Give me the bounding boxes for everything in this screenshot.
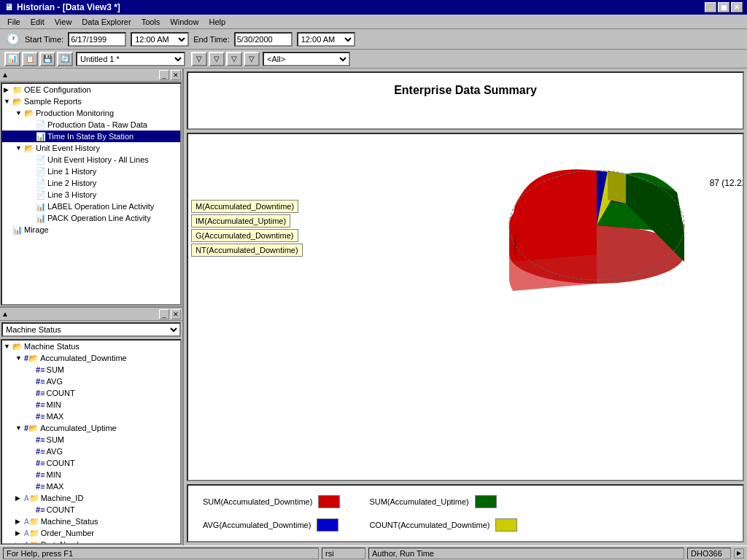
toolbar-btn-2[interactable]: 📋 [22,52,38,66]
menu-item-edit[interactable]: Edit [26,16,49,28]
panel-bottom-btn-1[interactable]: _ [159,309,169,319]
tree-item-unit_event[interactable]: ▼📂Unit Event History [2,142,180,154]
legend-avg-down: AVG(Accumulated_Downtime) [203,518,340,532]
tooltip-1: M(Accumulated_Downtime) [191,200,298,213]
clock-icon: 🕐 [6,32,20,46]
pie-chart-container: M(Accumulated_Downtime) IM(Accumulated_U… [187,133,744,481]
data-tree-item-min2[interactable]: #≡MIN [2,469,180,481]
start-time-dropdown[interactable]: 12:00 AM [131,32,189,47]
legend-col-right: SUM(Accumulated_Uptime) COUNT(Accumulate… [369,495,517,532]
tree-item-mirage[interactable]: 📊Mirage [2,224,180,236]
title-bar: 🖥 Historian - [Data View3 *] _ ▣ ✕ [0,0,747,15]
data-tree-item-avg2[interactable]: #≡AVG [2,446,180,457]
menu-item-file[interactable]: File [3,16,25,28]
legend-sum-up-color [475,495,497,508]
tree-item-label_op[interactable]: 📊LABEL Operation Line Activity [2,201,180,212]
tooltip-3: G(Accumulated_Downtime) [191,229,298,242]
pie-chart-svg [480,149,713,309]
data-tree-item-machine_state[interactable]: ▶A📁Machine_Status [2,516,180,527]
legend-avg-down-label: AVG(Accumulated_Downtime) [203,521,311,529]
tree-item-line1[interactable]: 📄Line 1 History [2,166,180,177]
data-tree-item-order_num[interactable]: ▶A📁Order_Number [2,527,180,539]
legend-avg-down-color [317,518,338,532]
legend-sum-down: SUM(Accumulated_Downtime) [203,495,340,508]
end-date-input[interactable] [234,32,293,47]
chart-title: Enterprise Data Summary [188,73,743,104]
filter-btn-1[interactable]: ▽ [191,52,207,66]
app-icon: 🖥 [4,2,13,12]
legend-count-down-color [495,518,517,532]
data-tree-item-part_num[interactable]: ▶A📁Part_Number [2,539,180,545]
tooltip-2: IM(Accumulated_Uptime) [191,214,290,228]
toolbar-2: 📊 📋 💾 🔄 Untitled 1 * ▽ ▽ ▽ ▽ <All> [0,50,747,69]
top-panel-header: ▲ _ ✕ [0,69,182,82]
close-button[interactable]: ✕ [731,2,743,12]
menu-item-view[interactable]: View [50,16,77,28]
tree-item-prod_raw[interactable]: 📄Production Data - Raw Data [2,119,180,131]
menu-item-help[interactable]: Help [204,16,230,28]
data-tree-item-count2[interactable]: #≡COUNT [2,457,180,469]
start-date-input[interactable] [68,32,126,47]
legend-panel: SUM(Accumulated_Downtime) AVG(Accumulate… [187,484,744,542]
tree-item-sample[interactable]: ▼📂Sample Reports [2,96,180,107]
data-tree-item-min1[interactable]: #≡MIN [2,399,180,411]
toolbar-btn-3[interactable]: 💾 [39,52,55,66]
legend-sum-down-color [318,495,340,508]
filter-btn-3[interactable]: ▽ [226,52,242,66]
legend-sum-up-label: SUM(Accumulated_Uptime) [369,497,468,506]
tree-item-oee[interactable]: ▶📁OEE Configuration [2,84,180,96]
data-tree-item-sum2[interactable]: #≡SUM [2,434,180,446]
data-tree-item-max1[interactable]: #≡MAX [2,411,180,422]
menu-item-data explorer[interactable]: Data Explorer [77,16,135,28]
filter-btn-2[interactable]: ▽ [209,52,225,66]
toolbar-btn-1[interactable]: 📊 [4,52,20,66]
tree-item-pack_op[interactable]: 📊PACK Operation Line Activity [2,212,180,224]
tree-item-time_state[interactable]: 📊Time In State By Station [2,131,180,142]
legend-sum-up: SUM(Accumulated_Uptime) [369,495,517,508]
panel-top-btn-2[interactable]: ✕ [171,70,181,80]
tree-item-unit_all[interactable]: 📄Unit Event History - All Lines [2,154,180,166]
end-time-dropdown[interactable]: 12:00 AM [297,32,355,47]
start-time-label: Start Time: [25,35,63,44]
restore-button[interactable]: ▣ [718,2,729,12]
legend-sum-down-label: SUM(Accumulated_Downtime) [203,497,312,506]
menu-item-window[interactable]: Window [166,16,203,28]
tree-item-prod_mon[interactable]: ▼📂Production Monitoring [2,107,180,119]
filter-btn-4[interactable]: ▽ [244,52,260,66]
toolbar-btn-4[interactable]: 🔄 [57,52,73,66]
legend-count-down-label: COUNT(Accumulated_Downtime) [369,521,489,529]
toolbar-1: 🕐 Start Time: 12:00 AM End Time: 12:00 A… [0,29,747,50]
report-tree[interactable]: ▶📁OEE Configuration▼📂Sample Reports▼📂Pro… [1,82,182,306]
data-tree-item-sum1[interactable]: #≡SUM [2,364,180,376]
tooltip-4: NT(Accumulated_Downtime) [191,244,303,257]
right-panel: Enterprise Data Summary M(Accumulated_Do… [184,69,747,545]
tab-selector[interactable]: Untitled 1 * [76,52,185,66]
bottom-panel-header: ▲ _ ✕ [0,308,182,321]
menu-bar: FileEditViewData ExplorerToolsWindowHelp [0,15,747,29]
data-tree-item-machine_status[interactable]: ▼📂Machine Status [2,341,180,352]
data-tree-item-acc_down[interactable]: ▼#📂Accumulated_Downtime [2,352,180,364]
data-tree-item-machine_id[interactable]: ▶A📁Machine_ID [2,492,180,504]
machine-status-dropdown[interactable]: Machine Status [1,322,181,337]
menu-item-tools[interactable]: Tools [137,16,165,28]
data-tree-item-acc_up[interactable]: ▼#📂Accumulated_Uptime [2,422,180,434]
enterprise-chart: Enterprise Data Summary [187,71,744,130]
data-tree-item-count3[interactable]: #≡COUNT [2,504,180,516]
filter-dropdown[interactable]: <All> [263,52,350,66]
pie-percentage-label: 87 (12.22%) [710,178,744,188]
tree-item-line2[interactable]: 📄Line 2 History [2,177,180,189]
minimize-button[interactable]: _ [705,2,716,12]
panel-bottom-btn-2[interactable]: ✕ [171,309,181,319]
panel-top-btn-1[interactable]: _ [159,70,169,80]
tree-item-line3[interactable]: 📄Line 3 History [2,189,180,201]
window-title: Historian - [Data View3 *] [17,2,120,12]
data-tree-item-avg1[interactable]: #≡AVG [2,376,180,387]
data-tree[interactable]: ▼📂Machine Status▼#📂Accumulated_Downtime#… [1,339,182,545]
legend-col-left: SUM(Accumulated_Downtime) AVG(Accumulate… [203,495,340,532]
data-tree-item-count1[interactable]: #≡COUNT [2,387,180,399]
legend-count-down: COUNT(Accumulated_Downtime) [369,518,517,532]
end-time-label: End Time: [193,35,230,44]
data-tree-item-max2[interactable]: #≡MAX [2,481,180,492]
